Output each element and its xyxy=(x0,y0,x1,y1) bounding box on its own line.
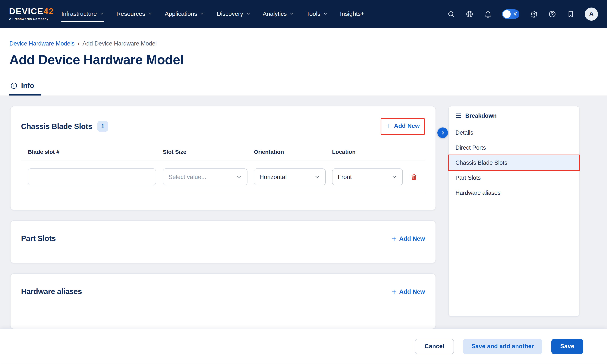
col-header-slot-size: Slot Size xyxy=(163,149,254,155)
chevron-down-icon xyxy=(314,174,321,180)
navbar-actions: A xyxy=(447,7,598,21)
trash-icon xyxy=(410,173,418,181)
top-navbar: DEVICE42 A Freshworks Company Infrastruc… xyxy=(0,0,607,28)
breakdown-tree-icon xyxy=(455,112,462,119)
save-button[interactable]: Save xyxy=(551,339,583,354)
chevron-down-icon xyxy=(100,12,104,16)
chevron-down-icon xyxy=(246,12,250,16)
breakdown-item-chassis-blade-slots[interactable]: Chassis Blade Slots xyxy=(449,155,579,170)
breakdown-item-direct-ports[interactable]: Direct Ports xyxy=(449,140,579,155)
breadcrumb: Device Hardware Models › Add Device Hard… xyxy=(9,28,607,47)
chevron-down-icon xyxy=(323,12,328,16)
col-header-orientation: Orientation xyxy=(254,149,332,155)
nav-item-analytics[interactable]: Analytics xyxy=(263,11,294,17)
nav-item-applications[interactable]: Applications xyxy=(165,11,204,17)
hardware-aliases-add-new-button[interactable]: Add New xyxy=(391,288,425,295)
delete-row-button[interactable] xyxy=(409,172,418,182)
breadcrumb-link[interactable]: Device Hardware Models xyxy=(9,40,75,47)
nav-item-insights-plus[interactable]: Insights+ xyxy=(340,11,364,17)
theme-toggle[interactable] xyxy=(502,9,519,19)
part-slots-add-new-button[interactable]: Add New xyxy=(391,235,425,242)
orientation-select[interactable]: Horizontal xyxy=(254,169,326,185)
breadcrumb-separator: › xyxy=(77,40,79,47)
cancel-button[interactable]: Cancel xyxy=(415,339,454,354)
tab-bar: Info xyxy=(9,82,607,95)
page-title: Add Device Hardware Model xyxy=(9,53,607,66)
footer-action-bar: Cancel Save and add another Save xyxy=(0,329,607,364)
location-select[interactable]: Front xyxy=(332,169,403,185)
breakdown-item-hardware-aliases[interactable]: Hardware aliases xyxy=(449,185,579,200)
chevron-down-icon xyxy=(148,12,152,16)
tab-info[interactable]: Info xyxy=(9,82,41,95)
chassis-card-header: Chassis Blade Slots 1 Add New xyxy=(11,118,436,135)
device42-logo[interactable]: DEVICE42 A Freshworks Company xyxy=(9,7,54,21)
table-row: Select value... Horizontal xyxy=(21,161,425,193)
part-slots-card: Part Slots Add New xyxy=(10,220,436,263)
nav-item-tools[interactable]: Tools xyxy=(306,11,328,17)
chevron-down-icon xyxy=(391,174,398,180)
hardware-aliases-card: Hardware aliases Add New xyxy=(10,273,436,329)
search-icon[interactable] xyxy=(447,10,455,18)
hardware-aliases-card-header: Hardware aliases Add New xyxy=(11,287,436,296)
nav-item-discovery[interactable]: Discovery xyxy=(217,11,250,17)
plus-icon xyxy=(386,123,392,129)
part-slots-card-title: Part Slots xyxy=(21,234,56,243)
part-slots-card-header: Part Slots Add New xyxy=(11,234,436,243)
hardware-aliases-card-title: Hardware aliases xyxy=(21,287,82,296)
slot-size-select[interactable]: Select value... xyxy=(163,169,247,185)
toggle-knob xyxy=(503,10,511,18)
blade-slot-number-input[interactable] xyxy=(28,169,156,185)
notifications-bell-icon[interactable] xyxy=(484,10,492,18)
breadcrumb-current: Add Device Hardware Model xyxy=(83,40,157,47)
breakdown-header: Breakdown xyxy=(449,106,579,125)
page: DEVICE42 A Freshworks Company Infrastruc… xyxy=(0,0,607,364)
page-header: Device Hardware Models › Add Device Hard… xyxy=(0,28,607,96)
chassis-card-title: Chassis Blade Slots xyxy=(21,122,92,131)
chevron-right-icon xyxy=(440,130,445,136)
info-icon xyxy=(10,82,18,90)
plus-icon xyxy=(391,235,397,242)
breakdown-title: Breakdown xyxy=(465,112,497,119)
chevron-down-icon xyxy=(236,174,242,180)
main-content: Chassis Blade Slots 1 Add New Blade slot… xyxy=(0,96,607,329)
chassis-blade-slots-card: Chassis Blade Slots 1 Add New Blade slot… xyxy=(10,106,436,210)
logo-text: DEVICE42 xyxy=(9,7,54,16)
chassis-title-group: Chassis Blade Slots 1 xyxy=(21,121,108,132)
nav-item-infrastructure[interactable]: Infrastructure xyxy=(61,11,104,17)
breakdown-item-part-slots[interactable]: Part Slots xyxy=(449,170,579,185)
user-avatar[interactable]: A xyxy=(585,7,598,21)
annotation-highlight-add-new: Add New xyxy=(380,118,425,135)
globe-icon[interactable] xyxy=(465,10,474,18)
blade-slots-table: Blade slot # Slot Size Orientation Locat… xyxy=(21,143,425,193)
main-nav: Infrastructure Resources Applications Di… xyxy=(61,11,364,17)
logo-tagline: A Freshworks Company xyxy=(9,17,54,21)
help-icon[interactable] xyxy=(548,10,556,18)
chevron-down-icon xyxy=(200,12,204,16)
chassis-add-new-button[interactable]: Add New xyxy=(386,122,420,129)
plus-icon xyxy=(391,289,397,295)
settings-gear-icon[interactable] xyxy=(530,10,538,18)
table-header-row: Blade slot # Slot Size Orientation Locat… xyxy=(21,143,425,161)
chassis-count-badge: 1 xyxy=(98,121,108,132)
col-header-location: Location xyxy=(332,149,409,155)
panel-collapse-button[interactable] xyxy=(437,128,448,138)
sun-icon xyxy=(513,11,518,16)
bookmark-icon[interactable] xyxy=(566,10,575,18)
breakdown-panel: Breakdown Details Direct Ports Chassis B… xyxy=(448,106,580,317)
save-and-add-another-button[interactable]: Save and add another xyxy=(463,339,542,354)
form-column: Chassis Blade Slots 1 Add New Blade slot… xyxy=(10,106,436,329)
chevron-down-icon xyxy=(289,12,294,16)
nav-item-resources[interactable]: Resources xyxy=(116,11,152,17)
tab-info-label: Info xyxy=(21,82,34,90)
breakdown-item-details[interactable]: Details xyxy=(449,125,579,140)
col-header-blade-slot: Blade slot # xyxy=(28,149,163,155)
